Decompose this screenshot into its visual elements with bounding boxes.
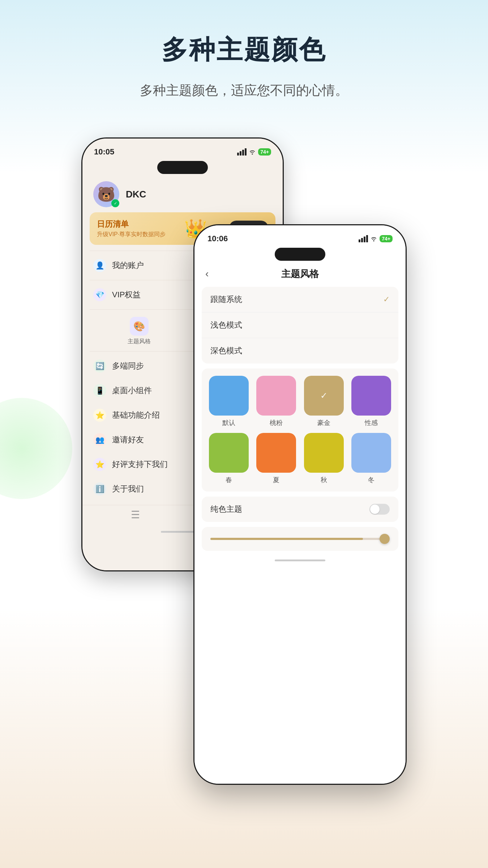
account-icon: 👤 [93, 259, 106, 272]
swatch-summer-label: 夏 [273, 476, 279, 484]
toggle-knob [370, 505, 380, 514]
battery-front: 74+ [380, 235, 393, 242]
color-swatches-section: 默认 桃粉 ✓ 豪金 性感 [202, 369, 398, 492]
theme-icon: 🎨 [130, 317, 149, 336]
sync-icon: 🔄 [93, 359, 106, 373]
rate-label: 好评支持下我们 [112, 459, 168, 470]
vip-icon: 💎 [93, 288, 106, 301]
theme-icon-item[interactable]: 🎨 主题风格 [128, 317, 151, 345]
swatch-autumn-label: 秋 [321, 476, 327, 484]
pure-color-section: 纯色主题 [202, 497, 398, 522]
swatch-default-label: 默认 [222, 418, 235, 427]
check-icon: ✓ [383, 295, 390, 304]
rate-icon: ⭐ [93, 458, 106, 471]
theme-option-system[interactable]: 跟随系统 ✓ [202, 287, 398, 312]
theme-label: 主题风格 [128, 338, 151, 345]
avatar-emoji: 🐻 [97, 187, 115, 201]
status-icons-front: 74+ [359, 235, 393, 242]
dynamic-island-back [157, 161, 208, 174]
sync-label: 多端同步 [112, 361, 144, 371]
swatch-pink[interactable]: 桃粉 [256, 376, 296, 427]
slider-section [202, 527, 398, 551]
pure-color-toggle[interactable] [369, 504, 390, 515]
swatch-pink-label: 桃粉 [270, 418, 283, 427]
vip-banner-left: 日历清单 升级VIP·尊享实时数据同步 [97, 219, 166, 238]
swatch-gold-box: ✓ [304, 376, 344, 416]
account-label: 我的账户 [112, 260, 144, 271]
swatch-pink-box [256, 376, 296, 416]
vip-label: VIP权益 [112, 289, 141, 300]
swatch-summer[interactable]: 夏 [256, 433, 296, 484]
status-icons-back: 74+ [237, 148, 271, 156]
back-button[interactable]: ‹ [205, 268, 209, 280]
invite-label: 邀请好友 [112, 434, 144, 445]
nav-list-icon[interactable]: ☰ [131, 509, 140, 521]
theme-option-light[interactable]: 浅色模式 [202, 312, 398, 338]
swatch-spring-label: 春 [226, 476, 232, 484]
signal-icon-front [359, 235, 368, 242]
theme-page-title: 主题风格 [281, 268, 319, 280]
pure-color-label: 纯色主题 [210, 504, 242, 515]
status-bar-front: 10:06 74+ [194, 225, 406, 246]
swatch-winter-box [351, 433, 391, 473]
wifi-icon-front [370, 236, 377, 242]
swatches-row-2: 春 夏 秋 冬 [209, 433, 391, 484]
about-label: 关于我们 [112, 484, 144, 494]
intro-icon: ⭐ [93, 409, 106, 422]
swatch-purple[interactable]: 性感 [351, 376, 391, 427]
swatch-gold[interactable]: ✓ 豪金 [304, 376, 344, 427]
status-bar-back: 10:05 74+ [82, 139, 283, 159]
swatch-autumn-box [304, 433, 344, 473]
decorative-circle [0, 398, 72, 499]
swatch-purple-label: 性感 [365, 418, 378, 427]
invite-icon: 👥 [93, 433, 106, 446]
swatch-autumn[interactable]: 秋 [304, 433, 344, 484]
phones-container: 10:05 74+ 🐻 [81, 137, 407, 817]
profile-section: 🐻 ✓ DKC [82, 174, 283, 212]
widget-label: 桌面小组件 [112, 385, 152, 396]
phone-front: 10:06 74+ ‹ 主题风格 [193, 224, 407, 785]
swatch-summer-box [256, 433, 296, 473]
dynamic-island-front [275, 248, 325, 261]
intro-label: 基础功能介绍 [112, 410, 160, 421]
swatch-spring-box [209, 433, 249, 473]
swatch-default[interactable]: 默认 [209, 376, 249, 427]
page-subtitle: 多种主题颜色，适应您不同的心情。 [0, 82, 488, 99]
time-front: 10:06 [207, 234, 228, 243]
wifi-icon [249, 149, 256, 155]
theme-header: ‹ 主题风格 [194, 261, 406, 283]
wechat-dot: ✓ [111, 199, 119, 207]
vip-subtitle: 升级VIP·尊享实时数据同步 [97, 231, 166, 238]
swatch-gold-label: 豪金 [317, 418, 330, 427]
swatch-purple-box [351, 376, 391, 416]
system-option-label: 跟随系统 [210, 294, 242, 305]
signal-icon [237, 148, 247, 156]
username: DKC [126, 189, 146, 200]
widget-icon: 📱 [93, 384, 106, 397]
swatch-winter[interactable]: 冬 [351, 433, 391, 484]
swatch-default-box [209, 376, 249, 416]
dark-option-label: 深色模式 [210, 345, 242, 356]
slider-thumb[interactable] [380, 534, 390, 544]
swatches-row-1: 默认 桃粉 ✓ 豪金 性感 [209, 376, 391, 427]
home-indicator-front [275, 559, 325, 561]
page-title: 多种主题颜色 [0, 0, 488, 67]
time-back: 10:05 [94, 147, 114, 157]
vip-title: 日历清单 [97, 219, 166, 230]
theme-mode-section: 跟随系统 ✓ 浅色模式 深色模式 [202, 287, 398, 363]
about-icon: ℹ️ [93, 482, 106, 495]
battery-back: 74+ [258, 148, 271, 156]
swatch-winter-label: 冬 [368, 476, 374, 484]
light-option-label: 浅色模式 [210, 320, 242, 331]
swatch-gold-check: ✓ [320, 391, 328, 401]
swatch-spring[interactable]: 春 [209, 433, 249, 484]
slider-fill [210, 538, 363, 540]
slider-track[interactable] [210, 538, 390, 540]
theme-option-dark[interactable]: 深色模式 [202, 338, 398, 363]
